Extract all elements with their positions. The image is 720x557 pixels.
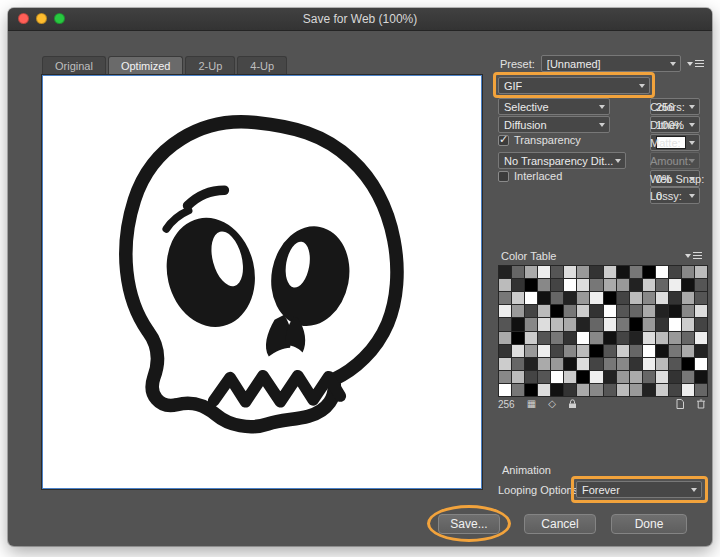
color-swatch[interactable] xyxy=(643,318,655,330)
color-swatch[interactable] xyxy=(695,332,707,344)
color-swatch[interactable] xyxy=(525,358,537,370)
color-swatch[interactable] xyxy=(682,345,694,357)
save-button[interactable]: Save... xyxy=(438,514,500,534)
tab-4up[interactable]: 4-Up xyxy=(237,56,287,76)
color-swatch[interactable] xyxy=(577,345,589,357)
color-swatch[interactable] xyxy=(564,279,576,291)
cancel-button[interactable]: Cancel xyxy=(524,514,596,534)
color-swatch[interactable] xyxy=(590,358,602,370)
color-swatch[interactable] xyxy=(630,279,642,291)
color-table-grid[interactable] xyxy=(498,265,708,397)
color-swatch[interactable] xyxy=(590,305,602,317)
color-swatch[interactable] xyxy=(551,318,563,330)
tab-2up[interactable]: 2-Up xyxy=(185,56,235,76)
color-swatch[interactable] xyxy=(656,358,668,370)
color-swatch[interactable] xyxy=(682,332,694,344)
color-swatch[interactable] xyxy=(564,358,576,370)
color-swatch[interactable] xyxy=(643,305,655,317)
color-swatch[interactable] xyxy=(604,332,616,344)
color-swatch[interactable] xyxy=(682,292,694,304)
color-swatch[interactable] xyxy=(525,318,537,330)
color-swatch[interactable] xyxy=(643,266,655,278)
color-swatch[interactable] xyxy=(695,358,707,370)
color-swatch[interactable] xyxy=(512,358,524,370)
color-swatch[interactable] xyxy=(682,371,694,383)
color-swatch[interactable] xyxy=(590,292,602,304)
interlaced-checkbox[interactable]: ✓ xyxy=(498,171,509,182)
color-swatch[interactable] xyxy=(551,292,563,304)
color-swatch[interactable] xyxy=(512,266,524,278)
color-swatch[interactable] xyxy=(590,279,602,291)
color-swatch[interactable] xyxy=(643,292,655,304)
color-swatch[interactable] xyxy=(617,371,629,383)
color-swatch[interactable] xyxy=(630,266,642,278)
color-swatch[interactable] xyxy=(499,279,511,291)
color-swatch[interactable] xyxy=(564,292,576,304)
color-swatch[interactable] xyxy=(551,345,563,357)
color-swatch[interactable] xyxy=(590,266,602,278)
color-swatch[interactable] xyxy=(695,384,707,396)
color-swatch[interactable] xyxy=(577,266,589,278)
color-swatch[interactable] xyxy=(695,305,707,317)
color-swatch[interactable] xyxy=(564,266,576,278)
color-swatch[interactable] xyxy=(604,358,616,370)
color-swatch[interactable] xyxy=(577,292,589,304)
color-swatch[interactable] xyxy=(630,318,642,330)
color-swatch[interactable] xyxy=(538,279,550,291)
color-swatch[interactable] xyxy=(669,279,681,291)
color-swatch[interactable] xyxy=(538,384,550,396)
color-swatch[interactable] xyxy=(512,279,524,291)
color-swatch[interactable] xyxy=(551,384,563,396)
color-swatch[interactable] xyxy=(564,384,576,396)
color-swatch[interactable] xyxy=(577,371,589,383)
color-swatch[interactable] xyxy=(617,358,629,370)
color-swatch[interactable] xyxy=(617,305,629,317)
color-swatch[interactable] xyxy=(604,266,616,278)
color-swatch[interactable] xyxy=(551,358,563,370)
image-preview[interactable] xyxy=(42,75,482,489)
color-swatch[interactable] xyxy=(643,358,655,370)
color-swatch[interactable] xyxy=(656,266,668,278)
color-swatch[interactable] xyxy=(669,318,681,330)
preset-dropdown[interactable]: [Unnamed] xyxy=(541,55,681,72)
color-swatch[interactable] xyxy=(669,305,681,317)
color-swatch[interactable] xyxy=(538,371,550,383)
color-swatch[interactable] xyxy=(538,358,550,370)
color-swatch[interactable] xyxy=(577,318,589,330)
color-swatch[interactable] xyxy=(604,305,616,317)
color-swatch[interactable] xyxy=(656,292,668,304)
color-swatch[interactable] xyxy=(656,305,668,317)
color-swatch[interactable] xyxy=(499,345,511,357)
done-button[interactable]: Done xyxy=(611,514,687,534)
lock-color-icon[interactable] xyxy=(568,399,577,409)
color-swatch[interactable] xyxy=(656,279,668,291)
color-swatch[interactable] xyxy=(499,358,511,370)
color-swatch[interactable] xyxy=(512,305,524,317)
color-swatch[interactable] xyxy=(656,332,668,344)
transparency-dither-dropdown[interactable]: No Transparency Dit... xyxy=(498,152,626,169)
tab-optimized[interactable]: Optimized xyxy=(108,56,184,76)
color-swatch[interactable] xyxy=(604,318,616,330)
format-dropdown[interactable]: GIF xyxy=(498,77,650,94)
color-swatch[interactable] xyxy=(630,345,642,357)
color-swatch[interactable] xyxy=(669,371,681,383)
color-swatch[interactable] xyxy=(669,384,681,396)
new-color-icon[interactable] xyxy=(676,399,684,409)
color-swatch[interactable] xyxy=(577,332,589,344)
color-swatch[interactable] xyxy=(643,384,655,396)
color-swatch[interactable] xyxy=(617,332,629,344)
color-swatch[interactable] xyxy=(499,266,511,278)
color-swatch[interactable] xyxy=(682,384,694,396)
color-swatch[interactable] xyxy=(525,266,537,278)
color-swatch[interactable] xyxy=(669,345,681,357)
color-swatch[interactable] xyxy=(617,345,629,357)
color-swatch[interactable] xyxy=(577,305,589,317)
color-swatch[interactable] xyxy=(630,292,642,304)
color-swatch[interactable] xyxy=(630,358,642,370)
color-swatch[interactable] xyxy=(695,266,707,278)
color-swatch[interactable] xyxy=(682,305,694,317)
color-swatch[interactable] xyxy=(512,292,524,304)
color-swatch[interactable] xyxy=(525,384,537,396)
color-swatch[interactable] xyxy=(525,332,537,344)
color-swatch[interactable] xyxy=(512,332,524,344)
